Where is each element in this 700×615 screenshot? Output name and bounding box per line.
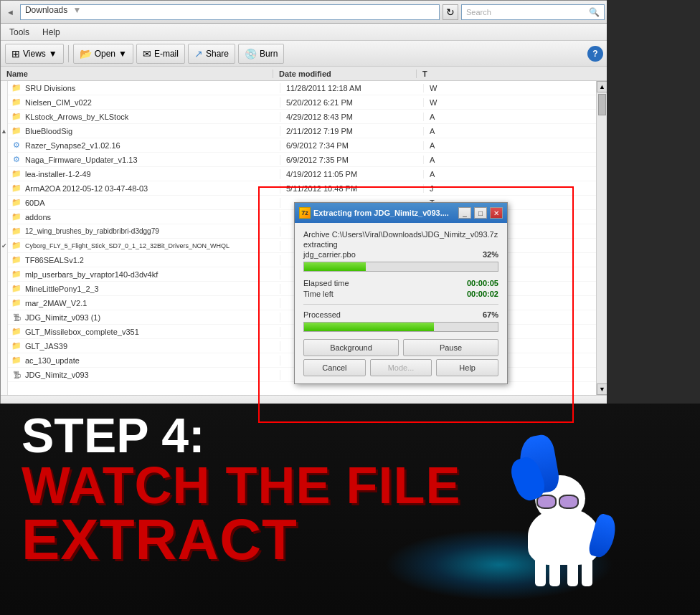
step-number: STEP 4: [22,411,461,459]
step-text-area: STEP 4: WATCH THE FILE EXTRACT [22,411,461,568]
search-placeholder: Search [466,8,589,16]
folder-icon: 📁 [11,183,22,194]
folder-icon: 📁 [11,227,22,237]
open-button[interactable]: 📂 Open ▼ [73,44,133,64]
processed-percent: 67% [483,310,498,319]
exe-icon: ⚙ [11,155,22,165]
maximize-button[interactable]: □ [474,207,487,219]
folder-icon: 📁 [11,241,22,251]
sevenzip-icon: 7z [299,207,311,219]
dialog-titlebar: 7z Extracting from JDG_Nimitz_v093.... _… [295,203,507,223]
archive-path: Archive C:\Users\Viral\Downloads\JDG_Nim… [303,230,498,239]
col-name-header[interactable]: Name [1,70,273,78]
folder-icon: 📁 [11,327,22,337]
processed-row: Processed 67% [303,310,498,319]
refresh-button[interactable]: ↻ [443,4,458,20]
table-row[interactable]: 📁KLstock_Arrows_by_KLStock 4/29/2012 8:4… [8,110,596,124]
share-icon: ↗ [194,48,203,59]
folder-icon: 📁 [11,356,22,366]
dialog-divider [303,304,498,305]
address-bar: ◄ Downloads ▼ ↻ Search 🔍 [1,1,607,24]
right-panel [607,0,700,409]
step-action-line2: EXTRACT [22,511,461,568]
extract-dialog: 7z Extracting from JDG_Nimitz_v093.... _… [294,202,508,384]
burn-button[interactable]: 💿 Burn [238,44,284,64]
timeleft-value: 00:00:02 [467,290,498,298]
step-action-line1: WATCH THE FILE [22,459,461,511]
folder-icon: 📁 [11,126,22,136]
toolbar: ⊞ Views ▼ 📂 Open ▼ ✉ E-mail ↗ Share 💿 Bu… [1,41,607,67]
open-arrow: ▼ [118,49,127,59]
folder-icon: 📁 [11,112,22,122]
menu-tools[interactable]: Tools [4,26,35,39]
zip-icon: 🗜 [11,313,22,323]
back-nav: ◄ [4,8,17,16]
toolbar-sep-1 [68,45,69,62]
elapsed-value: 00:00:05 [467,279,498,287]
folder-icon: 📁 [11,212,22,222]
views-button[interactable]: ⊞ Views ▼ [5,44,64,64]
address-input[interactable]: Downloads ▼ [20,4,440,20]
table-row[interactable]: ⚙Naga_Firmware_Updater_v1.13 6/9/2012 7:… [8,153,596,167]
folder-icon: 📁 [11,341,22,351]
dialog-buttons-row2: Cancel Mode... Help [303,359,498,376]
cancel-button[interactable]: Cancel [303,359,366,376]
menu-bar: Tools Help [1,24,607,41]
exe-icon: ⚙ [11,140,22,151]
menu-help[interactable]: Help [37,26,66,39]
col-type-header[interactable]: T [417,70,607,78]
processed-progress-bar [303,322,498,332]
folder-icon: 📁 [11,298,22,308]
email-icon: ✉ [143,48,151,59]
timeleft-row: Time left 00:00:02 [303,290,498,298]
background-button[interactable]: Background [303,339,399,356]
file-progress-bar [303,262,498,272]
email-button[interactable]: ✉ E-mail [136,44,185,64]
mode-button[interactable]: Mode... [370,359,432,376]
table-row[interactable]: 📁SRU Divisions 11/28/2011 12:18 AM W [8,81,596,95]
extracting-label: extracting [303,240,498,249]
elapsed-row: Elapsed time 00:00:05 [303,279,498,287]
dialog-title: Extracting from JDG_Nimitz_v093.... [313,209,455,217]
pause-button[interactable]: Pause [403,339,498,356]
file-progress-fill [304,262,366,271]
table-row[interactable]: 📁BlueBloodSig 2/11/2012 7:19 PM A [8,124,596,138]
table-row[interactable]: ⚙Razer_Synapse2_v1.02.16 6/9/2012 7:34 P… [8,138,596,153]
table-row[interactable]: 📁Nielsen_CIM_v022 5/20/2012 6:21 PM W [8,95,596,110]
help-button[interactable]: ? [587,46,603,62]
burn-icon: 💿 [245,48,257,59]
views-icon: ⊞ [11,48,20,59]
help-button[interactable]: Help [436,359,498,376]
dialog-buttons-row1: Background Pause [303,339,498,356]
share-label: Share [206,49,229,59]
minimize-button[interactable]: _ [458,207,471,219]
scrollbar[interactable]: ▲ ▼ [596,81,607,395]
table-row[interactable]: 📁ArmA2OA 2012-05-12 03-47-48-03 5/11/201… [8,181,596,196]
folder-icon: 📁 [11,97,22,108]
address-arrow: ▼ [73,5,82,15]
processed-label: Processed [303,310,341,319]
processed-progress-fill [304,323,434,331]
views-arrow: ▼ [49,49,57,59]
scroll-thumb[interactable] [598,94,606,115]
close-button[interactable]: ✕ [490,207,503,219]
share-button[interactable]: ↗ Share [188,44,235,64]
elapsed-label: Elapsed time [303,279,349,287]
views-label: Views [23,49,46,59]
scroll-up-button[interactable]: ▲ [597,81,607,92]
col-date-header[interactable]: Date modified [273,70,417,78]
open-label: Open [95,49,115,59]
filename-row: jdg_carrier.pbo 32% [303,250,498,259]
selected-indicator: ✔ [1,239,7,253]
table-row[interactable]: 📁lea-installer-1-2-49 4/19/2012 11:05 PM… [8,167,596,181]
file-list-header: Name Date modified T [1,67,607,81]
folder-icon: 📁 [11,270,22,280]
scroll-up-indicator: ▲ [1,124,7,138]
bottom-section: STEP 4: WATCH THE FILE EXTRACT [0,404,700,615]
scroll-down-button[interactable]: ▼ [597,383,607,395]
left-nav-strip: ▲ ✔ [1,81,8,395]
current-filename: jdg_carrier.pbo [303,250,356,259]
open-icon: 📂 [80,48,92,59]
search-box[interactable]: Search 🔍 [461,4,605,20]
scroll-track[interactable] [597,92,607,383]
